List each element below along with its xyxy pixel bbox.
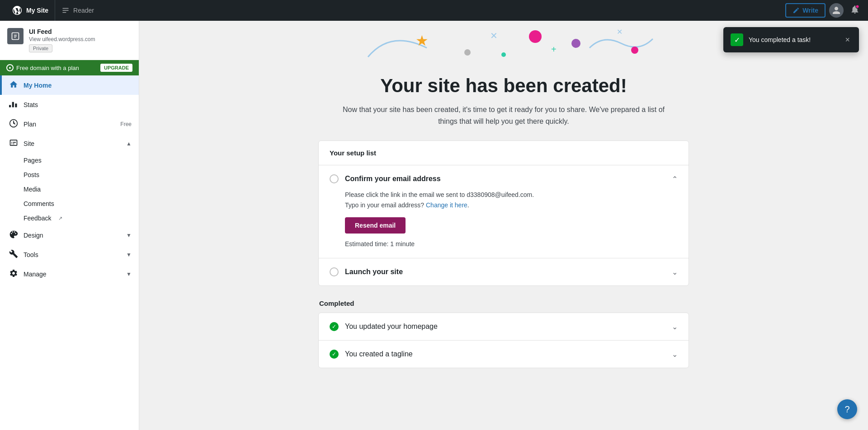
site-nav-icon	[9, 138, 18, 149]
private-badge[interactable]: Private	[29, 44, 52, 52]
svg-point-9	[464, 49, 471, 56]
task-radio-confirm-email[interactable]	[330, 174, 339, 183]
completed-item-tagline[interactable]: ✓ You created a tagline ⌄	[319, 341, 689, 368]
chevron-down-icon: ▼	[126, 232, 132, 238]
comments-label: Comments	[24, 200, 54, 207]
sidebar-item-label: Plan	[24, 121, 115, 128]
stats-icon	[9, 99, 18, 110]
top-navigation: My Site Reader Write	[0, 0, 868, 21]
completed-section: Completed ✓ You updated your homepage ⌄ …	[318, 299, 689, 368]
reader-nav[interactable]: Reader	[55, 0, 100, 21]
task-header-launch-site[interactable]: Launch your site ⌄	[330, 267, 678, 276]
hero-title: Your site has been created!	[318, 75, 689, 97]
upgrade-link[interactable]: UPGRADE	[100, 64, 132, 72]
task-completed-toast: ✓ You completed a task! ×	[723, 27, 859, 52]
svg-text:✕: ✕	[617, 28, 623, 36]
setup-list-header: Your setup list	[319, 141, 689, 165]
task-title-launch-site: Launch your site	[345, 268, 665, 276]
chevron-down-icon: ▼	[126, 271, 132, 277]
svg-rect-0	[62, 8, 69, 9]
free-domain-icon: ●	[6, 64, 14, 71]
svg-point-10	[501, 52, 506, 57]
chevron-up-icon: ▲	[126, 140, 132, 147]
completed-title-1: You updated your homepage	[345, 322, 665, 331]
notifications-button[interactable]	[847, 5, 863, 17]
task-launch-site: Launch your site ⌄	[319, 258, 689, 285]
manage-icon	[9, 269, 18, 279]
toast-check-icon: ✓	[731, 33, 743, 46]
sidebar-item-label: Site	[24, 140, 121, 147]
site-display-name: UI Feed	[29, 28, 132, 35]
confetti-decoration: ★ ✕ + ✕	[318, 21, 689, 70]
reader-label: Reader	[73, 7, 94, 14]
chevron-down-icon: ▼	[126, 252, 132, 258]
chevron-down-icon: ⌄	[672, 350, 678, 359]
upgrade-banner[interactable]: ● Free domain with a plan UPGRADE	[0, 60, 139, 75]
completed-radio-2: ✓	[330, 350, 339, 359]
hero-section: Your site has been created! Now that you…	[318, 70, 689, 140]
posts-label: Posts	[24, 171, 39, 178]
completed-label: Completed	[318, 299, 689, 307]
write-button[interactable]: Write	[785, 3, 826, 18]
sidebar: UI Feed View uifeed.wordpress.com Privat…	[0, 21, 139, 430]
design-icon	[9, 230, 18, 240]
svg-point-12	[571, 39, 580, 48]
sidebar-item-tools[interactable]: Tools ▼	[0, 245, 139, 264]
sidebar-item-media[interactable]: Media	[0, 182, 139, 196]
sidebar-item-label: Manage	[24, 271, 121, 278]
site-url: View uifeed.wordpress.com	[29, 36, 132, 42]
task-radio-launch-site[interactable]	[330, 267, 339, 276]
tools-icon	[9, 249, 18, 260]
external-link-icon: ↗	[58, 215, 62, 221]
completed-radio-1: ✓	[330, 322, 339, 331]
completed-item-header-2[interactable]: ✓ You created a tagline ⌄	[330, 350, 678, 359]
change-email-link[interactable]: Change it here	[426, 201, 467, 209]
sidebar-item-comments[interactable]: Comments	[0, 196, 139, 211]
estimated-time: Estimated time: 1 minute	[345, 239, 678, 249]
completed-item-header-1[interactable]: ✓ You updated your homepage ⌄	[330, 322, 678, 331]
sidebar-item-plan[interactable]: Plan Free	[0, 114, 139, 134]
svg-rect-1	[62, 10, 69, 11]
user-avatar-button[interactable]	[829, 3, 844, 18]
svg-rect-2	[62, 12, 66, 13]
completed-title-2: You created a tagline	[345, 350, 665, 358]
sidebar-item-pages[interactable]: Pages	[0, 153, 139, 168]
pages-label: Pages	[24, 157, 42, 164]
task-body-confirm-email: Please click the link in the email we se…	[330, 183, 678, 249]
sidebar-item-posts[interactable]: Posts	[0, 168, 139, 182]
site-info: UI Feed View uifeed.wordpress.com Privat…	[0, 21, 139, 60]
svg-text:✕: ✕	[490, 31, 498, 41]
task-header-confirm-email[interactable]: Confirm your email address ⌃	[330, 174, 678, 183]
sidebar-item-site[interactable]: Site ▲	[0, 134, 139, 153]
completed-item-homepage[interactable]: ✓ You updated your homepage ⌄	[319, 313, 689, 341]
feedback-label: Feedback	[24, 215, 51, 222]
site-icon	[7, 28, 24, 44]
svg-text:★: ★	[415, 33, 429, 49]
svg-point-8	[529, 30, 542, 43]
sidebar-item-feedback[interactable]: Feedback ↗	[0, 211, 139, 225]
svg-text:+: +	[551, 44, 557, 54]
help-button[interactable]: ?	[837, 399, 857, 419]
completed-card: ✓ You updated your homepage ⌄ ✓ You crea…	[318, 313, 689, 368]
task-body-text: Please click the link in the email we se…	[345, 190, 678, 210]
toast-message: You completed a task!	[749, 36, 838, 43]
top-nav-right: Write	[785, 3, 863, 18]
upgrade-text: Free domain with a plan	[16, 65, 79, 71]
page-content: ★ ✕ + ✕	[300, 21, 707, 409]
sidebar-item-my-home[interactable]: My Home	[0, 75, 139, 95]
svg-point-14	[631, 47, 638, 54]
site-logo[interactable]: My Site	[5, 0, 55, 21]
sidebar-item-label: Tools	[24, 251, 121, 258]
sidebar-item-design[interactable]: Design ▼	[0, 225, 139, 245]
toast-close-button[interactable]: ×	[843, 35, 852, 45]
chevron-down-icon: ⌄	[672, 268, 678, 276]
resend-email-button[interactable]: Resend email	[345, 217, 406, 234]
task-title-confirm-email: Confirm your email address	[345, 175, 665, 183]
svg-point-3	[856, 5, 859, 8]
typo-text: Typo in your email address?	[345, 201, 424, 209]
task-confirm-email: Confirm your email address ⌃ Please clic…	[319, 165, 689, 258]
plan-badge: Free	[120, 121, 132, 127]
chevron-down-icon: ⌄	[672, 322, 678, 331]
sidebar-item-stats[interactable]: Stats	[0, 95, 139, 114]
sidebar-item-manage[interactable]: Manage ▼	[0, 264, 139, 284]
